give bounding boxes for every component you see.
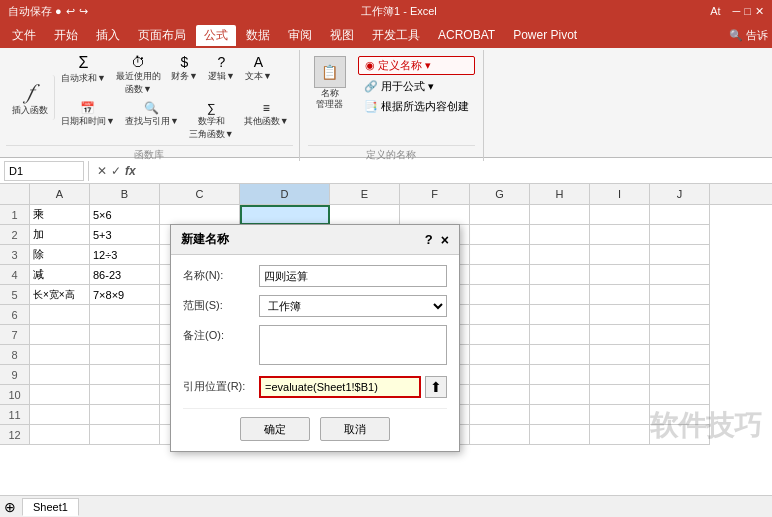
cell-g8[interactable] <box>470 345 530 365</box>
cell-a12[interactable] <box>30 425 90 445</box>
cell-i5[interactable] <box>590 285 650 305</box>
cell-e1[interactable] <box>330 205 400 225</box>
cell-i8[interactable] <box>590 345 650 365</box>
cell-j8[interactable] <box>650 345 710 365</box>
cell-b3[interactable]: 12÷3 <box>90 245 160 265</box>
dialog-name-input[interactable] <box>259 265 447 287</box>
define-name-button[interactable]: ◉ 定义名称 ▾ <box>358 56 475 75</box>
create-from-sel-button[interactable]: 📑 根据所选内容创建 <box>358 98 475 115</box>
cell-b2[interactable]: 5+3 <box>90 225 160 245</box>
col-header-c[interactable]: C <box>160 184 240 204</box>
redo-icon[interactable]: ↪ <box>79 5 88 18</box>
cell-i3[interactable] <box>590 245 650 265</box>
cell-g9[interactable] <box>470 365 530 385</box>
cell-d1[interactable] <box>240 205 330 225</box>
cell-f1[interactable] <box>400 205 470 225</box>
cell-h10[interactable] <box>530 385 590 405</box>
col-header-a[interactable]: A <box>30 184 90 204</box>
cell-g12[interactable] <box>470 425 530 445</box>
dialog-close-icon[interactable]: × <box>441 232 449 248</box>
dialog-cancel-button[interactable]: 取消 <box>320 417 390 441</box>
cell-a5[interactable]: 长×宽×高 <box>30 285 90 305</box>
dialog-ok-button[interactable]: 确定 <box>240 417 310 441</box>
name-manager-button[interactable]: 📋 名称管理器 <box>308 52 352 114</box>
cell-h1[interactable] <box>530 205 590 225</box>
cell-a11[interactable] <box>30 405 90 425</box>
cell-j3[interactable] <box>650 245 710 265</box>
close-icon[interactable]: ✕ <box>755 5 764 18</box>
cell-b8[interactable] <box>90 345 160 365</box>
help-label[interactable]: 🔍 告诉 <box>729 28 768 43</box>
cell-a9[interactable] <box>30 365 90 385</box>
col-header-j[interactable]: J <box>650 184 710 204</box>
menu-item-home[interactable]: 开始 <box>46 25 86 46</box>
col-header-i[interactable]: I <box>590 184 650 204</box>
dialog-scope-select[interactable]: 工作簿 <box>259 295 447 317</box>
menu-item-review[interactable]: 审阅 <box>280 25 320 46</box>
insert-function-button[interactable]: 𝑓 插入函数 <box>6 75 55 120</box>
menu-item-view[interactable]: 视图 <box>322 25 362 46</box>
text-fn-button[interactable]: A 文本▼ <box>241 52 276 98</box>
col-header-e[interactable]: E <box>330 184 400 204</box>
menu-item-file[interactable]: 文件 <box>4 25 44 46</box>
formula-input[interactable] <box>144 161 768 181</box>
math-button[interactable]: ∑ 数学和三角函数▼ <box>185 99 238 143</box>
cell-a6[interactable] <box>30 305 90 325</box>
autosum-button[interactable]: Σ 自动求和▼ <box>57 52 110 98</box>
dialog-help-icon[interactable]: ? <box>425 232 433 247</box>
cell-j1[interactable] <box>650 205 710 225</box>
col-header-f[interactable]: F <box>400 184 470 204</box>
cell-h4[interactable] <box>530 265 590 285</box>
cell-a3[interactable]: 除 <box>30 245 90 265</box>
other-fn-button[interactable]: ≡ 其他函数▼ <box>240 99 293 143</box>
cell-h9[interactable] <box>530 365 590 385</box>
add-sheet-icon[interactable]: ⊕ <box>4 499 16 515</box>
logic-button[interactable]: ? 逻辑▼ <box>204 52 239 98</box>
recent-fn-button[interactable]: ⏱ 最近使用的函数▼ <box>112 52 165 98</box>
finance-button[interactable]: $ 财务▼ <box>167 52 202 98</box>
dialog-formula-collapse-button[interactable]: ⬆ <box>425 376 447 398</box>
sheet-tab-sheet1[interactable]: Sheet1 <box>22 498 79 516</box>
cell-b1[interactable]: 5×6 <box>90 205 160 225</box>
menu-item-dev[interactable]: 开发工具 <box>364 25 428 46</box>
lookup-button[interactable]: 🔍 查找与引用▼ <box>121 99 183 143</box>
cell-a2[interactable]: 加 <box>30 225 90 245</box>
cell-h12[interactable] <box>530 425 590 445</box>
cell-g11[interactable] <box>470 405 530 425</box>
use-in-formula-button[interactable]: 🔗 用于公式 ▾ <box>358 78 475 95</box>
cell-b10[interactable] <box>90 385 160 405</box>
cell-j4[interactable] <box>650 265 710 285</box>
confirm-formula-icon[interactable]: ✓ <box>111 164 121 178</box>
cell-h7[interactable] <box>530 325 590 345</box>
cell-g5[interactable] <box>470 285 530 305</box>
cell-a1[interactable]: 乘 <box>30 205 90 225</box>
cell-j5[interactable] <box>650 285 710 305</box>
menu-item-data[interactable]: 数据 <box>238 25 278 46</box>
cell-i2[interactable] <box>590 225 650 245</box>
cell-a4[interactable]: 减 <box>30 265 90 285</box>
cell-i7[interactable] <box>590 325 650 345</box>
cell-j2[interactable] <box>650 225 710 245</box>
col-header-d[interactable]: D <box>240 184 330 204</box>
cell-c1[interactable] <box>160 205 240 225</box>
dialog-comment-textarea[interactable] <box>259 325 447 365</box>
cell-i11[interactable] <box>590 405 650 425</box>
menu-item-formula[interactable]: 公式 <box>196 25 236 46</box>
cell-a7[interactable] <box>30 325 90 345</box>
menu-item-power-pivot[interactable]: Power Pivot <box>505 26 585 44</box>
cell-j6[interactable] <box>650 305 710 325</box>
cell-i12[interactable] <box>590 425 650 445</box>
cell-g1[interactable] <box>470 205 530 225</box>
cell-j9[interactable] <box>650 365 710 385</box>
cell-h11[interactable] <box>530 405 590 425</box>
name-box[interactable]: D1 <box>4 161 84 181</box>
cell-i1[interactable] <box>590 205 650 225</box>
cell-b6[interactable] <box>90 305 160 325</box>
cell-g7[interactable] <box>470 325 530 345</box>
cell-h8[interactable] <box>530 345 590 365</box>
cell-b7[interactable] <box>90 325 160 345</box>
menu-item-page-layout[interactable]: 页面布局 <box>130 25 194 46</box>
cell-g2[interactable] <box>470 225 530 245</box>
cell-h5[interactable] <box>530 285 590 305</box>
cell-g10[interactable] <box>470 385 530 405</box>
